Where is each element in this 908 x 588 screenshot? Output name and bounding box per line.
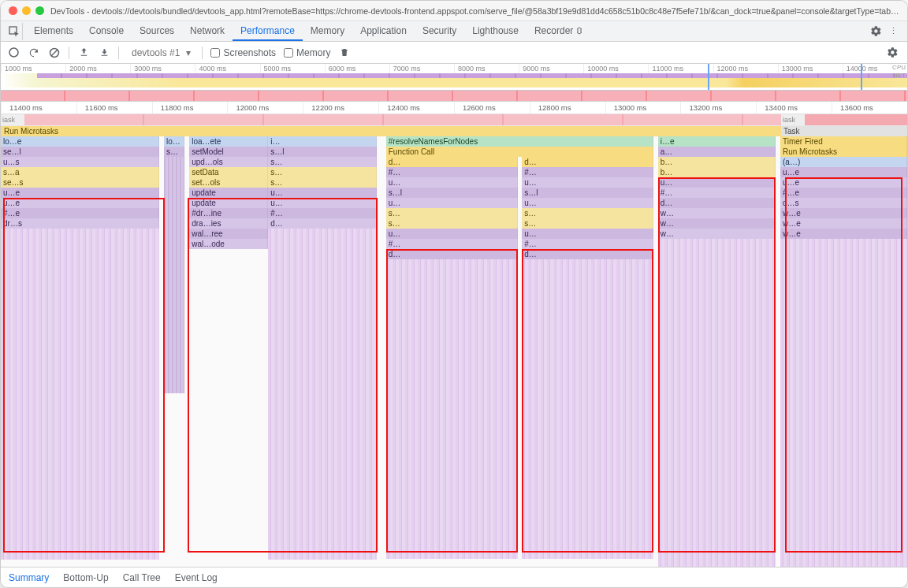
run-microtasks-bar[interactable]: Run Microtasks [1,126,781,136]
tab-application[interactable]: Application [352,21,415,41]
flame-right-column: Timer Fired Run Microtasks (a…) u…e u…e … [780,136,907,567]
resolve-names-bar[interactable]: #resolveNamesForNodes [386,136,653,147]
zoom-window-button[interactable] [35,6,44,15]
reload-record-button[interactable] [28,47,40,59]
function-call-bar[interactable]: Function Call [386,147,653,157]
flame-column-c: i… s…l s… s… s… u… u… #… d… [268,136,377,567]
task-header-row: iask iask [1,114,907,126]
deep-stack-c[interactable] [268,229,377,560]
window-controls [9,6,44,15]
tab-console[interactable]: Console [81,21,132,41]
tab-event-log[interactable]: Event Log [173,569,219,586]
tab-security[interactable]: Security [415,21,464,41]
tab-recorder[interactable]: Recorder [527,21,591,41]
tab-sources[interactable]: Sources [132,21,182,41]
capture-settings-icon[interactable] [884,44,901,61]
devtools-window: DevTools - devtools://devtools/bundled/d… [0,0,908,588]
clear-button[interactable] [48,47,61,59]
overview-side-labels: CPUNET [892,64,906,80]
flame-column-a: lo…e se…l u…s s…a se…s u…e u…e #…e dr…s [1,136,159,567]
profile-selector[interactable]: devtools #1 [127,46,194,60]
window-title: DevTools - devtools://devtools/bundled/d… [50,6,899,16]
timer-fired-bar[interactable]: Timer Fired [780,136,907,147]
tab-call-tree[interactable]: Call Tree [121,569,162,586]
svg-point-1 [9,48,18,57]
overview-selection[interactable] [708,64,862,90]
tab-lighthouse[interactable]: Lighthouse [464,21,527,41]
minimize-window-button[interactable] [22,6,31,15]
trash-button[interactable] [338,47,351,59]
screenshots-checkbox[interactable]: Screenshots [210,47,276,58]
download-button[interactable] [98,47,110,59]
flame-column-b: loa…ete setModel upd…ols setData set…ols… [189,136,268,567]
flame-chart[interactable]: lo…e se…l u…s s…a se…s u…e u…e #…e dr…s … [1,136,907,567]
task-label-left: iask [1,114,24,125]
deep-stack-a[interactable] [1,229,159,560]
long-task-band [1,91,907,102]
inspect-element-icon[interactable] [6,23,23,40]
tab-elements[interactable]: Elements [26,21,81,41]
tab-memory[interactable]: Memory [303,21,352,41]
run-microtasks-bar-2[interactable]: Run Microtasks [780,147,907,157]
main-tabs: Elements Console Sources Network Perform… [1,21,907,42]
top-bars: Run Microtasks Task [1,126,907,136]
overview-tick: 1000 ms [1,64,65,73]
flame-column-d2: d… #… u… s…l u… s… s… u… #… d… [522,157,653,567]
flame-column-a2: lo…e se…l [164,136,184,567]
performance-toolbar: devtools #1 Screenshots Memory [1,42,907,64]
task-bar[interactable]: Task [781,126,907,136]
svg-line-3 [51,50,58,56]
tab-summary[interactable]: Summary [7,569,50,586]
tab-performance[interactable]: Performance [233,21,303,41]
timeline-overview[interactable]: 1000 ms 2000 ms 3000 ms 4000 ms 5000 ms … [1,64,907,91]
upload-button[interactable] [77,47,90,59]
tab-network[interactable]: Network [182,21,233,41]
flame-column-d: d… #… u… s…l u… s… s… u… #… d… [386,157,518,567]
memory-checkbox[interactable]: Memory [284,47,330,58]
close-window-button[interactable] [9,6,17,15]
record-button[interactable] [7,47,20,59]
more-icon[interactable]: ⋮ [884,26,902,36]
titlebar: DevTools - devtools://devtools/bundled/d… [1,1,907,21]
details-tabs: Summary Bottom-Up Call Tree Event Log [1,567,907,587]
tab-bottom-up[interactable]: Bottom-Up [61,569,110,586]
task-label-right: iask [781,114,805,125]
settings-icon[interactable] [867,23,884,40]
zoom-ruler[interactable]: 11400 ms 11600 ms 11800 ms 12000 ms 1220… [1,102,907,114]
flame-column-e: i…e a… b… b… u… #… d… w… w… w… [658,136,776,567]
